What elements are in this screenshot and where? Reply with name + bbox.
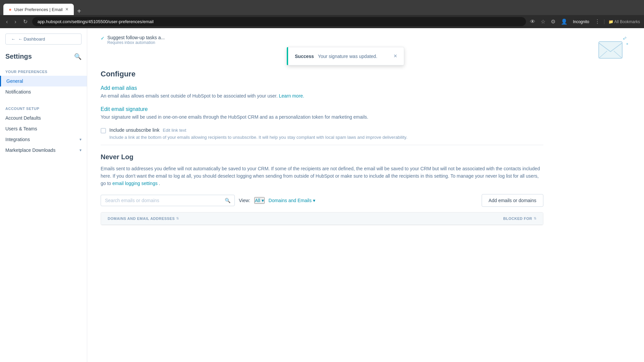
col-blocked-for: BLOCKED FOR ⇅ (503, 217, 536, 221)
app-layout: ← ← Dashboard Settings 🔍 Your Preference… (0, 28, 644, 362)
extensions-icon[interactable]: ⚙ (549, 17, 557, 26)
chevron-down-icon: ▾ (79, 137, 82, 142)
tab-title: User Preferences | Email (14, 7, 62, 12)
settings-title: Settings (5, 53, 32, 60)
filter-row: 🔍 View: All ▾ Domains and Emails ▾ Add e… (101, 194, 543, 207)
settings-header: Settings 🔍 (0, 50, 87, 66)
add-alias-desc: An email alias allows emails sent outsid… (101, 93, 543, 100)
active-tab[interactable]: ● User Preferences | Email × (3, 4, 74, 15)
toast-close-btn[interactable]: × (393, 53, 397, 60)
back-btn[interactable]: ‹ (4, 17, 10, 26)
add-alias-link[interactable]: Add email alias (101, 85, 137, 91)
unsubscribe-label: Include unsubscribe link (109, 127, 159, 133)
configure-title: Configure (101, 70, 543, 78)
toast-message: Your signature was updated. (318, 54, 377, 59)
account-setup-section: Account Setup (0, 103, 87, 113)
section-divider (101, 145, 543, 145)
chevron-domains-icon: ▾ (313, 198, 315, 203)
check-icon: ✓ (101, 36, 105, 41)
more-icon[interactable]: ⋮ (593, 17, 601, 26)
sidebar-item-notifications[interactable]: Notifications (0, 86, 87, 97)
incognito-label: Incognito (572, 18, 591, 25)
unsubscribe-checkbox-row: Include unsubscribe link Edit link text … (101, 127, 543, 141)
sidebar-item-account-defaults[interactable]: Account Defaults (0, 113, 87, 123)
never-log-title: Never Log (101, 153, 543, 161)
address-bar[interactable] (32, 17, 526, 26)
reload-btn[interactable]: ↻ (21, 17, 30, 26)
add-email-alias-item: Add email alias An email alias allows em… (101, 85, 543, 100)
tab-close-btn[interactable]: × (65, 6, 68, 12)
svg-rect-0 (599, 42, 622, 58)
suggest-text: Suggest follow-up tasks a... (107, 35, 165, 40)
chevron-down-icon-marketplace: ▾ (79, 148, 82, 153)
forward-btn[interactable]: › (12, 17, 18, 26)
sidebar-item-marketplace[interactable]: Marketplace Downloads ▾ (0, 145, 87, 156)
table-header: DOMAINS AND EMAIL ADDRESSES ⇅ BLOCKED FO… (101, 213, 543, 225)
search-icon: 🔍 (225, 198, 230, 203)
email-logging-link[interactable]: email logging settings (112, 181, 158, 186)
content-inner: Configure Add email alias An email alias… (87, 70, 557, 239)
unsubscribe-content: Include unsubscribe link Edit link text … (109, 127, 408, 141)
your-preferences-section: Your Preferences (0, 66, 87, 76)
new-tab-btn[interactable]: + (74, 7, 85, 15)
sidebar-search-btn[interactable]: 🔍 (74, 53, 82, 60)
edit-signature-desc: Your signature will be used in one-on-on… (101, 114, 543, 121)
general-label: General (6, 78, 23, 84)
requires-text: Requires inbox automation (107, 40, 165, 45)
browser-tabs: ● User Preferences | Email × + (3, 0, 85, 15)
nav-icons: 👁 ☆ ⚙ 👤 Incognito ⋮ (529, 17, 601, 26)
unsubscribe-desc: Include a link at the bottom of your ema… (109, 134, 408, 141)
success-toast: Success Your signature was updated. × (287, 47, 404, 65)
view-label: View: (239, 198, 250, 203)
col-domains-addresses: DOMAINS AND EMAIL ADDRESSES ⇅ (108, 217, 179, 221)
chevron-all-icon: ▾ (262, 198, 264, 203)
never-log-desc: Emails sent to addresses you define will… (101, 165, 543, 187)
eye-off-icon: 👁 (529, 17, 537, 26)
edit-link-text[interactable]: Edit link text (163, 128, 186, 133)
bookmarks-bar: 📁 All Bookmarks (604, 19, 640, 24)
sidebar-item-users-teams[interactable]: Users & Teams (0, 123, 87, 134)
sort-icon-col1[interactable]: ⇅ (176, 217, 179, 220)
sidebar: ← ← Dashboard Settings 🔍 Your Preference… (0, 28, 87, 362)
hubspot-tab-icon: ● (9, 7, 11, 12)
edit-signature-item: Edit email signature Your signature will… (101, 106, 543, 121)
domains-emails-btn[interactable]: Domains and Emails ▾ (269, 198, 315, 203)
star-icon[interactable]: ☆ (539, 17, 547, 26)
search-input[interactable] (105, 198, 222, 203)
envelope-illustration (597, 35, 631, 62)
edit-signature-link[interactable]: Edit email signature (101, 106, 148, 112)
suggest-content: Suggest follow-up tasks a... Requires in… (107, 35, 165, 45)
sidebar-item-general[interactable]: General (0, 76, 87, 86)
unsubscribe-checkbox[interactable] (101, 128, 106, 133)
view-all-btn[interactable]: All ▾ (254, 197, 265, 204)
suggest-item: ✓ Suggest follow-up tasks a... Requires … (101, 35, 165, 45)
table-container: DOMAINS AND EMAIL ADDRESSES ⇅ BLOCKED FO… (101, 212, 543, 225)
toast-success-label: Success (295, 54, 314, 59)
bookmarks-icon: 📁 (608, 19, 613, 24)
search-box: 🔍 (101, 195, 235, 206)
profile-icon[interactable]: 👤 (559, 17, 569, 26)
learn-more-link[interactable]: Learn more. (279, 93, 304, 99)
add-emails-btn[interactable]: Add emails or domains (482, 194, 543, 207)
dashboard-btn[interactable]: ← ← Dashboard (5, 34, 82, 45)
browser-chrome: ● User Preferences | Email × + (0, 0, 644, 15)
browser-nav: ‹ › ↻ 👁 ☆ ⚙ 👤 Incognito ⋮ 📁 All Bookmark… (0, 15, 644, 28)
sort-icon-col2[interactable]: ⇅ (534, 217, 537, 220)
arrow-left-icon: ← (11, 37, 15, 42)
notifications-label: Notifications (5, 89, 31, 95)
main-content: Success Your signature was updated. × ✓ … (87, 28, 644, 362)
sidebar-item-integrations[interactable]: Integrations ▾ (0, 134, 87, 145)
